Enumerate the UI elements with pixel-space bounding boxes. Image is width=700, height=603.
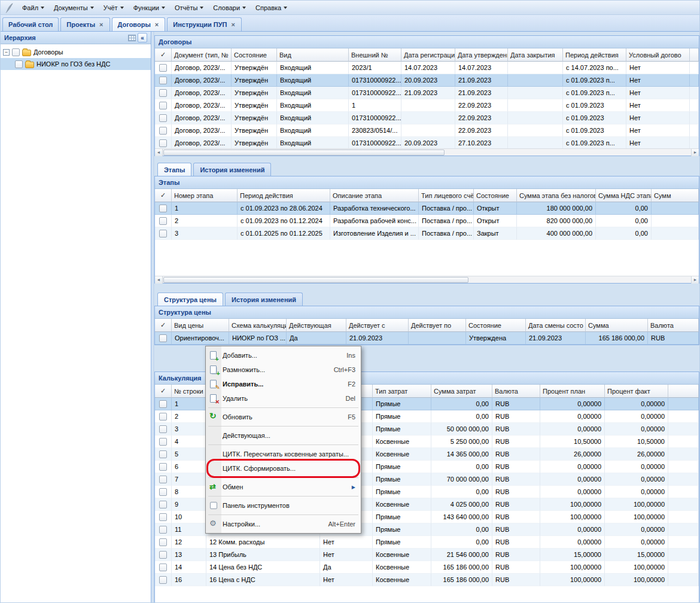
select-all-checkbox[interactable]: ✓ [155,319,172,332]
row-select-cell[interactable] [155,99,172,112]
row-select-cell[interactable] [155,124,172,137]
column-header[interactable]: Сумма [586,319,648,332]
table-row[interactable]: 3с 01.01.2025 по 01.12.2025Изготовление … [155,227,699,240]
tree-node-root[interactable]: − Договоры [1,46,151,58]
row-select-cell[interactable] [155,486,172,498]
tab-1[interactable]: Рабочий стол [2,17,59,31]
menubar-item-3[interactable]: Учёт [99,2,129,13]
column-header[interactable]: Номер этапа [172,189,238,202]
column-header[interactable]: Состояние [466,319,526,332]
column-header[interactable]: Сумма НДС этапа [596,189,652,202]
column-header[interactable] [668,385,699,398]
context-menu-item[interactable]: Обмен▶ [207,480,360,494]
context-menu-item[interactable]: ОбновитьF5 [207,410,360,424]
row-select-cell[interactable] [155,215,172,227]
tab-3[interactable]: Договоры× [112,17,166,31]
row-select-cell[interactable] [155,74,172,87]
checkbox-icon[interactable] [159,513,167,521]
row-select-cell[interactable] [155,202,172,215]
checkbox-icon[interactable] [12,48,20,56]
scrollbar-thumb[interactable] [163,150,445,156]
row-select-cell[interactable] [155,549,172,561]
row-select-cell[interactable] [155,423,172,436]
menubar-item-6[interactable]: Словари [208,2,251,13]
table-row[interactable]: Договор, 2023/...УтверждёнВходящий017310… [155,137,699,148]
context-menu-item[interactable]: ЦИТК. Сформировать... [207,461,360,476]
column-header[interactable]: Тип затрат [373,385,431,398]
scroll-right-button[interactable]: ► [691,276,699,284]
menubar-item-1[interactable]: Файл [17,2,49,13]
checkbox-icon[interactable] [15,60,23,68]
contracts-horizontal-scrollbar[interactable]: ◄ ► [155,148,699,156]
column-header[interactable]: № строки [172,385,206,398]
row-select-cell[interactable] [155,137,172,148]
tab-4[interactable]: Инструкции ПУП× [167,17,242,31]
stage-tabs-tab-2[interactable]: История изменений [193,163,271,176]
checkbox-icon[interactable] [159,102,167,109]
column-header[interactable]: Дата смены состо [526,319,586,332]
tree-expand-icon[interactable]: − [3,49,10,56]
row-select-cell[interactable] [155,473,172,486]
stage-tabs-tab-1[interactable]: Этапы [157,163,191,176]
checkbox-icon[interactable] [159,425,167,433]
checkbox-icon[interactable] [159,89,167,97]
checkbox-icon[interactable] [159,438,167,446]
close-icon[interactable]: × [154,22,159,28]
checkbox-icon[interactable] [159,413,167,421]
select-all-checkbox[interactable]: ✓ [155,385,172,398]
scrollbar-thumb[interactable] [163,277,468,283]
column-header[interactable]: Внешний № [349,48,401,62]
checkbox-icon[interactable] [159,526,167,534]
table-row[interactable]: Ориентировоч...НИОКР по ГОЗ ...Да21.09.2… [155,332,699,345]
row-select-cell[interactable] [155,448,172,461]
checkbox-icon[interactable] [159,217,167,225]
column-header[interactable]: Период действия [238,189,330,202]
column-header[interactable]: Сумма этапа без налогов [517,189,596,202]
price-tabs-tab-1[interactable]: Структура цены [157,293,223,306]
scroll-right-button[interactable]: ► [691,149,699,156]
row-select-cell[interactable] [155,498,172,511]
row-select-cell[interactable] [155,87,172,99]
menubar-item-2[interactable]: Документы [49,2,99,13]
scroll-left-button[interactable]: ◄ [155,149,163,156]
checkbox-icon[interactable] [159,77,167,84]
column-header[interactable]: Тип лицевого счёт [419,189,474,202]
close-icon[interactable]: × [99,22,104,28]
collapse-panel-button[interactable]: « [138,33,147,42]
price-tabs-tab-2[interactable]: История изменений [225,293,303,306]
close-icon[interactable]: × [231,22,236,28]
checkbox-icon[interactable] [159,551,167,559]
context-menu-item[interactable]: Панель инструментов [207,498,360,513]
checkbox-icon[interactable] [159,538,167,546]
checkbox-icon[interactable] [159,476,167,483]
checkbox-icon[interactable] [159,205,167,212]
column-header[interactable]: Сумм [652,189,699,202]
column-header[interactable]: Валюта [648,319,699,332]
table-row[interactable]: Договор, 2023/...УтверждёнВходящий017310… [155,74,699,87]
row-select-cell[interactable] [155,398,172,410]
column-header[interactable]: Дата утверждения [455,48,508,62]
context-menu-item[interactable]: УдалитьDel [207,391,360,406]
row-select-cell[interactable] [155,561,172,574]
tree-node-label[interactable]: Договоры [34,48,63,56]
column-header[interactable]: Описание этапа [330,189,419,202]
row-select-cell[interactable] [155,332,172,345]
column-header[interactable]: Действует по [409,319,466,332]
row-select-cell[interactable] [155,574,172,586]
table-row[interactable]: 1616 Цена с НДСНетКосвенные165 186 000,0… [155,574,699,586]
table-row[interactable]: Договор, 2023/...УтверждёнВходящий017310… [155,87,699,99]
column-header[interactable]: Условный догово [626,48,690,62]
table-row[interactable]: Договор, 2023/...УтверждёнВходящий230823… [155,124,699,137]
row-select-cell[interactable] [155,62,172,74]
checkbox-icon[interactable] [159,501,167,508]
stages-horizontal-scrollbar[interactable]: ◄ ► [155,276,699,283]
column-header[interactable]: Дата регистрации [401,48,455,62]
context-menu-item[interactable]: Действующая... [207,428,360,443]
column-header[interactable] [690,48,699,62]
column-header[interactable]: Состояние [232,48,277,62]
table-row[interactable]: 1313 ПрибыльНетКосвенные21 546 000,00RUB… [155,549,699,561]
column-header[interactable]: Действует с [346,319,409,332]
context-menu-item[interactable]: Размножить...Ctrl+F3 [207,363,360,377]
checkbox-icon[interactable] [159,114,167,122]
table-row[interactable]: Договор, 2023/...УтверждёнВходящий122.09… [155,99,699,112]
